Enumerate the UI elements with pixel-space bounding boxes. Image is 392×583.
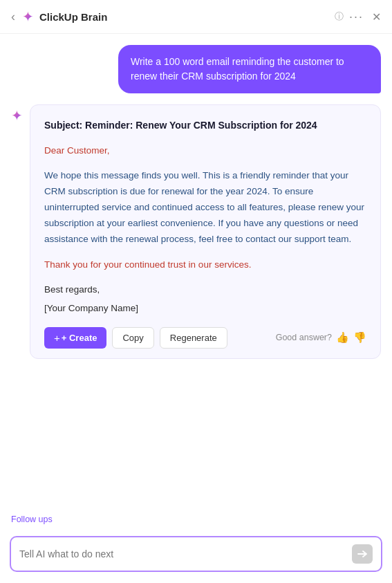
copy-button[interactable]: Copy [112, 327, 153, 349]
email-body: We hope this message finds you well. Thi… [44, 168, 366, 248]
send-button[interactable] [352, 544, 373, 564]
thumbs-down-button[interactable]: 👎 [353, 329, 366, 346]
follow-ups-label: Follow ups [11, 515, 53, 524]
email-subject: Subject: Reminder: Renew Your CRM Subscr… [44, 118, 366, 133]
ai-input[interactable] [19, 548, 346, 559]
more-options-button[interactable]: ··· [349, 10, 364, 24]
email-greeting: Dear Customer, [44, 143, 366, 158]
ai-avatar: ✦ [11, 107, 23, 124]
good-answer-section: Good answer? 👍 👎 [276, 329, 366, 346]
email-company: [Your Company Name] [44, 301, 366, 316]
ai-card: Subject: Reminder: Renew Your CRM Subscr… [30, 104, 381, 359]
user-message: Write a 100 word email reminding the cus… [118, 45, 381, 93]
email-regards: Best regards, [44, 282, 366, 297]
input-wrapper [10, 536, 382, 572]
create-button[interactable]: + + Create [44, 327, 106, 349]
info-icon[interactable]: ⓘ [335, 10, 344, 23]
ai-response: ✦ Subject: Reminder: Renew Your CRM Subs… [11, 104, 381, 359]
send-icon [357, 549, 367, 559]
email-thanks: Thank you for your continued trust in ou… [44, 257, 366, 272]
close-button[interactable]: ✕ [372, 10, 381, 24]
follow-ups-section: Follow ups [0, 510, 392, 530]
sparkle-icon: ✦ [22, 8, 34, 25]
action-row: + + Create Copy Regenerate Good answer? … [44, 327, 366, 349]
header: ‹ ✦ ClickUp Brain ⓘ ··· ✕ [0, 0, 392, 34]
input-area [0, 530, 392, 583]
back-button[interactable]: ‹ [11, 10, 15, 24]
chat-area: Write a 100 word email reminding the cus… [0, 34, 392, 510]
thumbs-up-button[interactable]: 👍 [336, 329, 349, 346]
plus-icon: + [54, 332, 60, 344]
app-title: ClickUp Brain [39, 11, 329, 23]
regenerate-button[interactable]: Regenerate [160, 327, 227, 349]
